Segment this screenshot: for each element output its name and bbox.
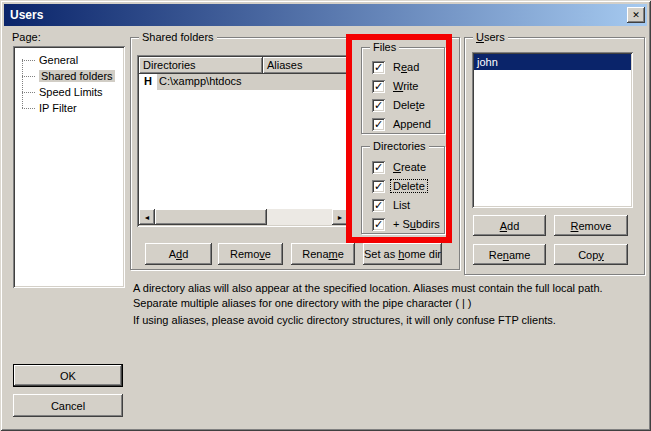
page-label: Page:	[12, 31, 41, 43]
remove-user-button[interactable]: Remove	[554, 215, 628, 236]
checkbox-list[interactable]: ✓ List	[372, 198, 412, 212]
users-group-label: Users	[473, 31, 508, 43]
column-header-directories[interactable]: Directories	[139, 57, 263, 74]
checkbox-label: List	[391, 199, 412, 211]
shared-folders-group-label: Shared folders	[139, 31, 217, 43]
button-label: Copy	[578, 249, 604, 261]
button-label: Remove	[571, 220, 612, 232]
title-bar[interactable]: Users	[4, 4, 647, 26]
checkbox-checked-icon[interactable]: ✓	[372, 218, 385, 231]
left-arrow-glyph: ◄	[144, 214, 151, 221]
tree-item-label: General	[39, 54, 78, 66]
tree-item-label: IP Filter	[39, 102, 77, 114]
button-label: Remove	[230, 248, 271, 260]
remove-directory-button[interactable]: Remove	[218, 243, 283, 265]
button-label: Set as home dir	[364, 248, 441, 260]
scroll-right-icon[interactable]: ►	[332, 209, 348, 225]
checkbox-checked-icon[interactable]: ✓	[372, 99, 385, 112]
table-empty-area	[139, 90, 348, 209]
directory-path: C:\xampp\htdocs	[157, 74, 348, 90]
button-label: Rename	[489, 249, 531, 261]
checkbox-checked-icon[interactable]: ✓	[372, 180, 385, 193]
checkbox-label: Read	[391, 61, 421, 73]
files-group-label: Files	[370, 41, 399, 53]
checkbox-label: Delete	[391, 99, 427, 111]
checkbox-append[interactable]: ✓ Append	[372, 117, 433, 131]
cancel-button[interactable]: Cancel	[13, 394, 123, 417]
scrollbar-thumb[interactable]	[155, 209, 267, 225]
checkbox-label: Create	[391, 161, 428, 173]
set-as-home-dir-button[interactable]: Set as home dir	[363, 243, 442, 265]
users-list[interactable]: john	[472, 52, 633, 208]
button-label: Add	[500, 220, 520, 232]
tree-item-label: Speed Limits	[39, 86, 103, 98]
sidebar-item-ip-filter[interactable]: IP Filter	[13, 100, 125, 116]
checkbox-label: Append	[391, 118, 433, 130]
checkbox-write[interactable]: ✓ Write	[372, 79, 420, 93]
close-icon: ✕	[632, 10, 640, 20]
checkbox-subdirs[interactable]: ✓ + Subdirs	[372, 217, 442, 231]
list-item-user-john[interactable]: john	[474, 54, 631, 70]
scroll-left-icon[interactable]: ◄	[139, 209, 155, 225]
tree-item-label: Shared folders	[39, 70, 115, 82]
add-user-button[interactable]: Add	[473, 215, 546, 236]
rename-user-button[interactable]: Rename	[473, 244, 546, 265]
right-arrow-glyph: ►	[337, 214, 344, 221]
button-label: Rename	[302, 248, 344, 260]
home-dir-flag: H	[139, 74, 157, 90]
checkbox-delete-dirs[interactable]: ✓ Delete	[372, 179, 427, 193]
directories-permissions-group: Directories ✓ Create ✓ Delete ✓ List ✓ +…	[361, 146, 445, 234]
table-header: Directories Aliases	[139, 57, 348, 74]
page-tree[interactable]: General Shared folders Speed Limits IP F…	[13, 46, 125, 288]
alias-note-text: A directory alias will also appear at th…	[133, 281, 640, 311]
files-permissions-group: Files ✓ Read ✓ Write ✓ Delete ✓ Append	[361, 47, 445, 134]
checkbox-delete-files[interactable]: ✓ Delete	[372, 98, 427, 112]
checkbox-create[interactable]: ✓ Create	[372, 160, 428, 174]
sidebar-item-shared-folders[interactable]: Shared folders	[13, 68, 125, 84]
directories-table[interactable]: Directories Aliases H C:\xampp\htdocs ◄ …	[137, 55, 350, 227]
sidebar-item-general[interactable]: General	[13, 52, 125, 68]
users-dialog: Users ✕ Page: General Shared folders Spe…	[0, 0, 651, 431]
table-row[interactable]: H C:\xampp\htdocs	[139, 74, 348, 90]
rename-directory-button[interactable]: Rename	[291, 243, 355, 265]
add-directory-button[interactable]: Add	[145, 243, 212, 265]
checkbox-checked-icon[interactable]: ✓	[372, 118, 385, 131]
button-label: Add	[169, 248, 189, 260]
checkbox-label: Delete	[391, 180, 427, 192]
checkbox-label: Write	[391, 80, 420, 92]
checkbox-checked-icon[interactable]: ✓	[372, 80, 385, 93]
scrollbar-track[interactable]	[267, 209, 332, 225]
cyclic-note-text: If using aliases, please avoid cyclic di…	[133, 313, 640, 328]
close-button[interactable]: ✕	[627, 7, 645, 23]
checkbox-read[interactable]: ✓ Read	[372, 60, 421, 74]
ok-button[interactable]: OK	[13, 364, 123, 387]
checkbox-checked-icon[interactable]: ✓	[372, 161, 385, 174]
checkbox-label: + Subdirs	[391, 218, 442, 230]
column-header-aliases[interactable]: Aliases	[263, 57, 348, 74]
sidebar-item-speed-limits[interactable]: Speed Limits	[13, 84, 125, 100]
window-title: Users	[10, 8, 43, 22]
horizontal-scrollbar[interactable]: ◄ ►	[139, 209, 348, 225]
directories-group-label: Directories	[370, 140, 429, 152]
checkbox-checked-icon[interactable]: ✓	[372, 61, 385, 74]
checkbox-checked-icon[interactable]: ✓	[372, 199, 385, 212]
copy-user-button[interactable]: Copy	[554, 244, 628, 265]
